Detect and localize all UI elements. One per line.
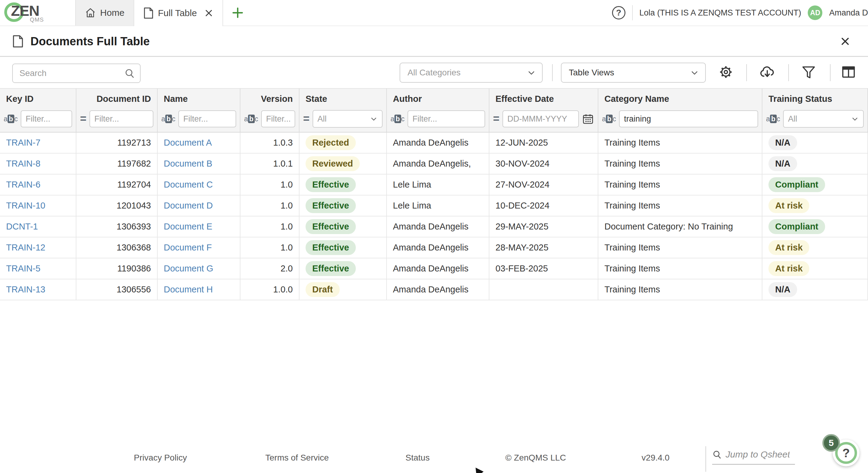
zenqms-logo[interactable]: ZEN QMS bbox=[0, 0, 75, 26]
filter-mode-abc-icon[interactable]: abc bbox=[4, 115, 18, 123]
status-pill: At risk bbox=[769, 261, 809, 276]
column-header-author[interactable]: Author bbox=[387, 88, 489, 109]
column-header-state[interactable]: State bbox=[300, 88, 387, 109]
table-row: TRAIN-51190386Document G2.0EffectiveAman… bbox=[0, 259, 868, 279]
export-download-icon[interactable] bbox=[757, 62, 778, 82]
filter-input-key_id[interactable] bbox=[21, 110, 72, 127]
table-views-dropdown[interactable]: Table Views bbox=[561, 63, 706, 83]
cell-version: 1.0 bbox=[241, 174, 300, 196]
jump-to-qsheet bbox=[712, 449, 795, 465]
key-id-link[interactable]: TRAIN-10 bbox=[6, 201, 45, 211]
status-pill: Effective bbox=[306, 261, 356, 276]
cell-author: Amanda DeAngelis bbox=[387, 237, 489, 259]
top-bar-divider bbox=[632, 5, 633, 20]
filter-cell-name: abc bbox=[158, 109, 241, 133]
chevron-down-icon bbox=[527, 68, 536, 77]
document-name-link[interactable]: Document A bbox=[164, 138, 212, 148]
document-name-link[interactable]: Document D bbox=[164, 201, 213, 211]
footer-link-1[interactable]: Terms of Service bbox=[266, 453, 329, 463]
key-id-link[interactable]: TRAIN-7 bbox=[6, 138, 40, 148]
table-row: TRAIN-121306368Document F1.0EffectiveAma… bbox=[0, 237, 868, 259]
logo-qms-text: QMS bbox=[30, 16, 44, 23]
cell-training_status: At risk bbox=[763, 196, 868, 216]
zenqms-app: ZEN QMS Home Full Table ? Lola (THIS IS … bbox=[0, 0, 868, 473]
page-title: Documents Full Table bbox=[30, 35, 150, 48]
table-row: TRAIN-71192713Document A1.0.3RejectedAma… bbox=[0, 133, 868, 154]
column-header-effective_date[interactable]: Effective Date bbox=[489, 88, 598, 109]
cell-document_id: 1306368 bbox=[76, 237, 158, 259]
tab-full-table[interactable]: Full Table bbox=[134, 0, 223, 26]
filter-input-author[interactable] bbox=[407, 110, 485, 127]
tab-home[interactable]: Home bbox=[75, 0, 134, 26]
key-id-link[interactable]: TRAIN-8 bbox=[6, 159, 40, 169]
column-header-name[interactable]: Name bbox=[158, 88, 241, 109]
notification-badge: 5 bbox=[823, 434, 840, 452]
new-tab-button[interactable] bbox=[223, 0, 252, 26]
key-id-link[interactable]: DCNT-1 bbox=[6, 222, 38, 232]
filter-cell-category_name: abc bbox=[598, 109, 763, 133]
page-header: Documents Full Table bbox=[0, 27, 868, 56]
key-id-link[interactable]: TRAIN-6 bbox=[6, 180, 40, 190]
key-id-link[interactable]: TRAIN-12 bbox=[6, 243, 45, 252]
document-name-link[interactable]: Document E bbox=[164, 222, 212, 232]
document-name-link[interactable]: Document F bbox=[164, 243, 212, 252]
cell-document_id: 1306556 bbox=[76, 279, 158, 300]
filter-mode-abc-icon[interactable]: abc bbox=[766, 115, 780, 123]
filter-mode-abc-icon[interactable]: abc bbox=[391, 115, 404, 123]
search-input[interactable] bbox=[20, 68, 124, 78]
help-icon[interactable]: ? bbox=[612, 6, 625, 20]
document-name-link[interactable]: Document B bbox=[164, 159, 212, 169]
column-header-document_id[interactable]: Document ID bbox=[76, 88, 158, 109]
toolbar-divider bbox=[788, 64, 789, 81]
filter-select-state[interactable]: All bbox=[313, 110, 382, 128]
jump-to-qsheet-input[interactable] bbox=[725, 449, 789, 460]
cell-name: Document B bbox=[158, 154, 241, 174]
footer-link-0[interactable]: Privacy Policy bbox=[134, 453, 187, 463]
search-icon[interactable] bbox=[124, 68, 135, 79]
column-header-category_name[interactable]: Category Name bbox=[598, 88, 763, 109]
filter-funnel-icon[interactable] bbox=[798, 62, 819, 82]
table-toolbar: All Categories Table Views bbox=[0, 57, 868, 88]
filter-input-name[interactable] bbox=[178, 110, 236, 127]
filter-input-document_id[interactable] bbox=[90, 110, 153, 127]
cell-effective_date: 27-NOV-2024 bbox=[489, 174, 598, 196]
key-id-link[interactable]: TRAIN-13 bbox=[6, 284, 45, 295]
cell-effective_date: 03-FEB-2025 bbox=[489, 259, 598, 279]
column-header-version[interactable]: Version bbox=[241, 88, 300, 109]
settings-gear-icon[interactable] bbox=[715, 62, 736, 82]
top-tab-bar: ZEN QMS Home Full Table ? Lola (THIS IS … bbox=[0, 0, 868, 26]
close-tab-icon[interactable] bbox=[204, 8, 213, 18]
status-pill: Effective bbox=[306, 198, 356, 213]
top-bar-right: ? Lola (THIS IS A ZENQMS TEST ACCOUNT) A… bbox=[612, 0, 868, 26]
document-name-link[interactable]: Document C bbox=[164, 180, 213, 190]
column-header-key_id[interactable]: Key ID bbox=[0, 88, 76, 109]
cell-training_status: N/A bbox=[763, 154, 868, 174]
column-chooser-icon[interactable] bbox=[838, 62, 859, 82]
filter-select-training_status[interactable]: All bbox=[783, 110, 864, 128]
key-id-link[interactable]: TRAIN-5 bbox=[6, 264, 40, 274]
cell-document_id: 1197682 bbox=[76, 154, 158, 174]
filter-mode-abc-icon[interactable]: abc bbox=[161, 115, 175, 123]
filter-mode-equals-icon[interactable]: = bbox=[80, 113, 87, 124]
table-header-row: Key IDDocument IDNameVersionStateAuthorE… bbox=[0, 88, 868, 109]
filter-input-category_name[interactable] bbox=[619, 110, 758, 127]
filter-input-effective_date[interactable] bbox=[502, 110, 579, 127]
filter-mode-abc-icon[interactable]: abc bbox=[244, 115, 258, 123]
categories-dropdown[interactable]: All Categories bbox=[400, 63, 542, 83]
cell-document_id: 1306393 bbox=[76, 216, 158, 237]
status-pill: Rejected bbox=[306, 135, 356, 150]
filter-mode-equals-icon[interactable]: = bbox=[493, 113, 499, 124]
close-page-icon[interactable] bbox=[840, 36, 850, 46]
column-header-training_status[interactable]: Training Status bbox=[763, 88, 868, 109]
document-name-link[interactable]: Document H bbox=[164, 284, 213, 295]
avatar[interactable]: AD bbox=[808, 5, 823, 20]
footer-link-2[interactable]: Status bbox=[405, 453, 429, 463]
status-pill: N/A bbox=[769, 135, 797, 150]
filter-input-version[interactable] bbox=[261, 110, 295, 127]
filter-mode-abc-icon[interactable]: abc bbox=[602, 115, 616, 123]
status-pill: At risk bbox=[769, 240, 809, 255]
document-name-link[interactable]: Document G bbox=[164, 264, 213, 274]
status-pill: Effective bbox=[306, 240, 356, 255]
calendar-icon[interactable] bbox=[582, 113, 594, 125]
filter-mode-equals-icon[interactable]: = bbox=[303, 113, 310, 124]
